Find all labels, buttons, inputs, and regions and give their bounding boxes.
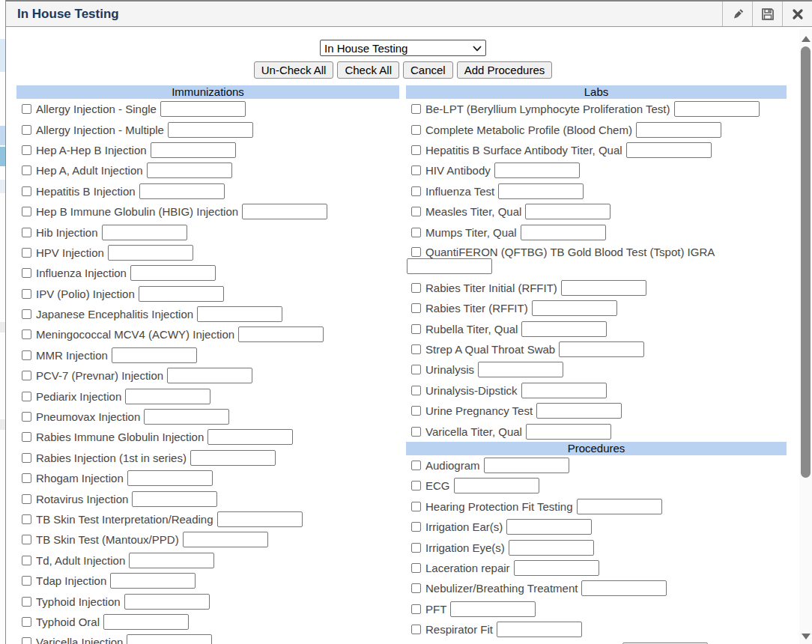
item-value-input[interactable]: [103, 614, 189, 630]
item-checkbox[interactable]: [411, 186, 421, 196]
item-checkbox[interactable]: [411, 386, 421, 395]
item-checkbox[interactable]: [411, 228, 421, 237]
item-checkbox[interactable]: [411, 344, 421, 354]
item-checkbox[interactable]: [411, 406, 421, 416]
item-checkbox[interactable]: [22, 289, 31, 299]
item-checkbox[interactable]: [22, 248, 31, 258]
item-value-input[interactable]: [581, 580, 667, 596]
item-value-input[interactable]: [108, 245, 193, 261]
item-checkbox[interactable]: [411, 365, 421, 374]
check-all-button[interactable]: Check All: [337, 61, 399, 79]
item-checkbox[interactable]: [22, 473, 31, 483]
item-value-input[interactable]: [497, 622, 582, 637]
item-checkbox[interactable]: [22, 228, 31, 237]
item-value-input[interactable]: [110, 573, 196, 589]
item-checkbox[interactable]: [411, 303, 421, 313]
item-value-input[interactable]: [454, 478, 539, 493]
item-value-input[interactable]: [151, 142, 236, 158]
save-button[interactable]: [752, 1, 782, 26]
item-checkbox[interactable]: [22, 494, 31, 504]
item-value-input[interactable]: [559, 341, 644, 357]
test-category-dropdown[interactable]: In House Testing: [320, 40, 486, 56]
item-checkbox[interactable]: [411, 481, 421, 490]
cancel-button[interactable]: Cancel: [403, 61, 453, 79]
item-value-input[interactable]: [129, 553, 214, 568]
scrollbar-thumb[interactable]: [801, 46, 811, 478]
item-checkbox[interactable]: [22, 145, 31, 155]
item-checkbox[interactable]: [22, 556, 31, 565]
item-checkbox[interactable]: [411, 543, 421, 553]
item-checkbox[interactable]: [22, 104, 31, 114]
item-checkbox[interactable]: [411, 625, 421, 634]
item-value-input[interactable]: [102, 225, 187, 240]
item-value-input[interactable]: [674, 101, 760, 117]
item-value-input[interactable]: [450, 601, 536, 617]
item-checkbox[interactable]: [411, 125, 421, 135]
item-checkbox[interactable]: [22, 329, 31, 339]
item-value-input[interactable]: [238, 326, 324, 342]
item-value-input[interactable]: [112, 347, 197, 363]
item-value-input[interactable]: [509, 540, 594, 556]
item-checkbox[interactable]: [411, 145, 421, 155]
item-checkbox[interactable]: [411, 563, 421, 573]
item-value-input[interactable]: [636, 122, 721, 138]
item-checkbox[interactable]: [22, 412, 31, 422]
item-value-input[interactable]: [160, 101, 246, 117]
item-value-input[interactable]: [484, 458, 569, 473]
scroll-up-arrow-icon[interactable]: [799, 32, 812, 45]
item-checkbox[interactable]: [411, 165, 421, 175]
item-checkbox[interactable]: [22, 350, 31, 360]
item-value-input[interactable]: [125, 389, 210, 404]
item-checkbox[interactable]: [22, 309, 31, 319]
item-value-input[interactable]: [536, 403, 622, 419]
item-value-input[interactable]: [167, 368, 252, 383]
item-checkbox[interactable]: [22, 576, 31, 586]
item-checkbox[interactable]: [22, 432, 31, 442]
item-value-input[interactable]: [139, 183, 225, 199]
item-checkbox[interactable]: [411, 522, 421, 532]
add-procedures-button[interactable]: Add Procedures: [457, 61, 553, 79]
item-value-input[interactable]: [521, 225, 606, 240]
item-value-input[interactable]: [207, 429, 293, 445]
item-value-input[interactable]: [124, 594, 210, 610]
item-value-input[interactable]: [127, 634, 212, 644]
item-checkbox[interactable]: [22, 125, 31, 135]
item-checkbox[interactable]: [22, 392, 31, 401]
item-checkbox[interactable]: [22, 514, 31, 524]
item-value-input[interactable]: [139, 286, 224, 302]
item-checkbox[interactable]: [22, 371, 31, 380]
item-checkbox[interactable]: [22, 597, 31, 607]
item-checkbox[interactable]: [22, 165, 31, 175]
item-checkbox[interactable]: [411, 502, 421, 511]
item-value-input[interactable]: [168, 122, 253, 138]
item-value-input[interactable]: [532, 300, 617, 316]
item-value-input[interactable]: [561, 280, 646, 296]
item-value-input[interactable]: [521, 383, 607, 398]
item-value-input[interactable]: [242, 204, 327, 219]
item-value-input[interactable]: [577, 499, 662, 514]
item-checkbox[interactable]: [411, 104, 421, 114]
item-value-input[interactable]: [217, 511, 303, 527]
scroll-down-arrow-icon[interactable]: [799, 630, 812, 643]
item-value-input[interactable]: [127, 470, 213, 486]
item-value-input[interactable]: [478, 362, 563, 377]
item-value-input[interactable]: [498, 183, 584, 199]
item-value-input[interactable]: [147, 162, 232, 178]
item-value-input[interactable]: [132, 491, 217, 507]
item-value-input[interactable]: [521, 321, 607, 337]
item-value-input[interactable]: [144, 409, 229, 425]
item-value-input[interactable]: [626, 142, 712, 158]
item-checkbox[interactable]: [22, 268, 31, 278]
item-value-input[interactable]: [514, 560, 599, 576]
item-checkbox[interactable]: [22, 617, 31, 627]
item-checkbox[interactable]: [22, 535, 31, 544]
item-value-input[interactable]: [183, 532, 268, 547]
item-checkbox[interactable]: [411, 324, 421, 334]
edit-button[interactable]: [722, 1, 752, 26]
item-value-input[interactable]: [525, 204, 610, 219]
vertical-scrollbar[interactable]: [799, 29, 812, 644]
item-value-input[interactable]: [526, 424, 611, 440]
item-checkbox[interactable]: [22, 186, 31, 196]
item-value-input[interactable]: [506, 519, 592, 535]
item-checkbox[interactable]: [411, 604, 421, 614]
